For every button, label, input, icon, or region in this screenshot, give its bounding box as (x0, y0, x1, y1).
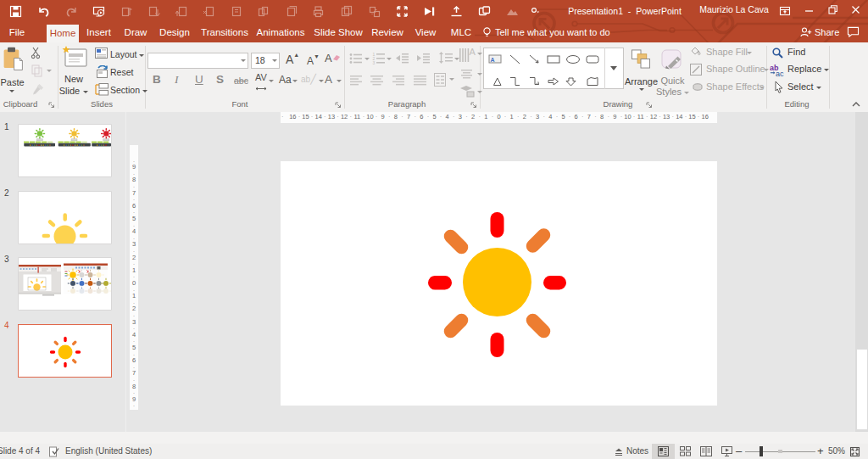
svg-text:ac: ac (776, 70, 784, 77)
svg-text:A: A (491, 57, 495, 63)
svg-text:3: 3 (373, 60, 376, 65)
svg-text:A: A (470, 47, 476, 57)
